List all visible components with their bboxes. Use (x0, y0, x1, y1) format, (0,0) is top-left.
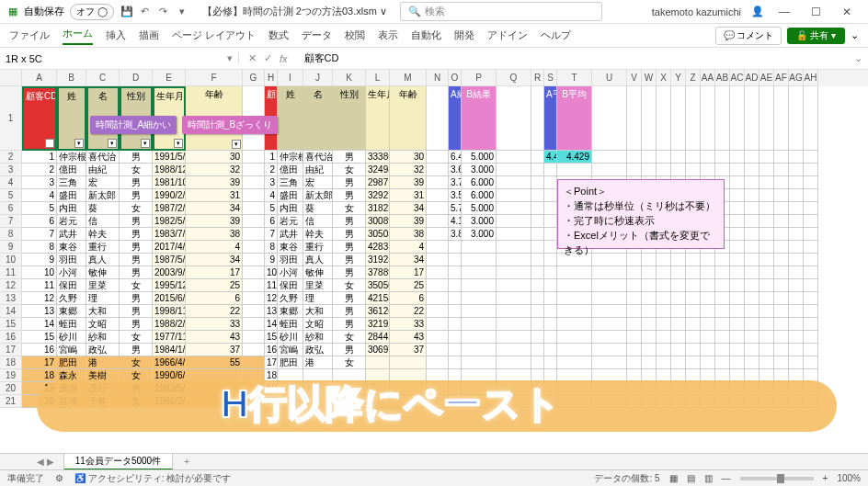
data-cell[interactable] (557, 331, 592, 344)
filter-icon[interactable]: ▾ (141, 139, 150, 148)
data-cell[interactable]: 1982/5/18 (153, 215, 186, 228)
data-cell[interactable] (531, 151, 544, 164)
data-cell[interactable] (730, 266, 745, 279)
data-cell[interactable] (745, 331, 760, 344)
data-cell[interactable] (657, 164, 671, 176)
data-cell[interactable] (804, 356, 818, 369)
data-cell[interactable] (745, 189, 760, 202)
data-cell[interactable]: 34 (186, 202, 243, 215)
data-cell[interactable]: 羽田 (57, 254, 86, 266)
data-cell[interactable] (531, 331, 544, 344)
col-header[interactable]: W (642, 70, 657, 86)
col-header[interactable]: U (592, 70, 627, 86)
data-cell[interactable] (715, 151, 730, 164)
data-cell[interactable] (730, 176, 745, 189)
data-cell[interactable]: 敏伸 (86, 266, 120, 279)
data-cell[interactable] (804, 331, 818, 344)
data-cell[interactable]: 1 (265, 151, 278, 164)
data-cell[interactable] (449, 331, 462, 344)
data-cell[interactable] (531, 318, 544, 331)
data-cell[interactable] (243, 318, 265, 331)
zoom-slider[interactable] (740, 477, 814, 480)
data-cell[interactable] (531, 164, 544, 176)
data-cell[interactable] (544, 228, 557, 241)
name-box[interactable]: 1R x 5C▾ (0, 52, 239, 64)
data-cell[interactable]: 女 (333, 202, 366, 215)
data-cell[interactable] (427, 266, 449, 279)
data-cell[interactable] (462, 266, 497, 279)
data-cell[interactable]: 2015/6/3 (153, 292, 186, 305)
data-cell[interactable]: 6.000 (462, 189, 497, 202)
filter-icon[interactable]: ▾ (74, 139, 84, 148)
data-cell[interactable]: 女 (120, 331, 153, 344)
data-cell[interactable]: 43 (390, 331, 427, 344)
data-cell[interactable] (804, 305, 818, 318)
data-cell[interactable]: 東谷 (57, 241, 86, 254)
data-cell[interactable] (671, 266, 686, 279)
data-cell[interactable]: 女 (120, 164, 153, 176)
data-cell[interactable]: 紗和 (86, 331, 120, 344)
data-cell[interactable] (243, 241, 265, 254)
undo-icon[interactable]: ↶ (138, 5, 153, 19)
data-cell[interactable] (745, 202, 760, 215)
data-cell[interactable] (671, 344, 686, 356)
data-cell[interactable] (774, 344, 789, 356)
data-cell[interactable]: 三角 (57, 176, 86, 189)
data-cell[interactable] (544, 356, 557, 369)
data-cell[interactable]: 文昭 (303, 318, 333, 331)
data-cell[interactable]: 真人 (86, 254, 120, 266)
data-cell[interactable] (557, 356, 592, 369)
data-cell[interactable] (427, 254, 449, 266)
data-cell[interactable]: 三角 (278, 176, 303, 189)
data-cell[interactable] (627, 266, 642, 279)
data-cell[interactable]: 5.000 (462, 151, 497, 164)
data-cell[interactable] (760, 279, 774, 292)
data-cell[interactable] (745, 228, 760, 241)
col-header[interactable]: G (243, 70, 265, 86)
data-cell[interactable]: 男 (120, 176, 153, 189)
data-cell[interactable] (730, 164, 745, 176)
tab-formula[interactable]: 数式 (268, 28, 289, 42)
col-header[interactable]: AB (715, 70, 730, 86)
data-cell[interactable] (715, 331, 730, 344)
data-cell[interactable]: 42837 (366, 241, 390, 254)
col-header[interactable]: J (303, 70, 333, 86)
data-cell[interactable] (531, 202, 544, 215)
data-cell[interactable]: 31925 (366, 254, 390, 266)
data-cell[interactable] (730, 331, 745, 344)
data-cell[interactable] (427, 189, 449, 202)
data-cell[interactable] (760, 228, 774, 241)
data-cell[interactable] (544, 292, 557, 305)
data-cell[interactable]: 男 (120, 151, 153, 164)
data-cell[interactable] (804, 254, 818, 266)
data-cell[interactable] (686, 292, 701, 305)
data-cell[interactable] (243, 356, 265, 369)
data-cell[interactable] (715, 356, 730, 369)
data-cell[interactable] (745, 318, 760, 331)
data-cell[interactable]: 5.765 (449, 202, 462, 215)
data-cell[interactable]: 31823 (366, 202, 390, 215)
col-header[interactable]: X (657, 70, 671, 86)
data-cell[interactable] (760, 164, 774, 176)
data-cell[interactable]: 女 (333, 331, 366, 344)
data-cell[interactable] (531, 241, 544, 254)
data-cell[interactable]: 砂川 (57, 331, 86, 344)
data-cell[interactable] (760, 151, 774, 164)
data-cell[interactable] (671, 151, 686, 164)
data-cell[interactable] (243, 344, 265, 356)
col-header[interactable]: AC (730, 70, 745, 86)
data-cell[interactable] (804, 318, 818, 331)
expand-formula-icon[interactable]: ⌄ (849, 52, 868, 64)
data-cell[interactable] (789, 318, 804, 331)
tab-review[interactable]: 校閲 (345, 28, 365, 42)
data-cell[interactable] (686, 318, 701, 331)
data-cell[interactable] (730, 151, 745, 164)
data-cell[interactable]: 男 (120, 305, 153, 318)
data-cell[interactable]: 真人 (303, 254, 333, 266)
data-cell[interactable]: 11 (265, 279, 278, 292)
data-cell[interactable] (760, 266, 774, 279)
data-cell[interactable] (531, 305, 544, 318)
data-cell[interactable] (544, 331, 557, 344)
data-cell[interactable] (789, 164, 804, 176)
filter-icon[interactable]: ▾ (108, 139, 117, 148)
